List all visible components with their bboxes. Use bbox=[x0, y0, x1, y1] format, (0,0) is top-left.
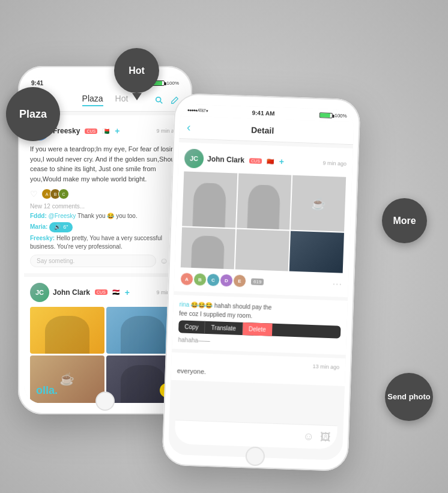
comment-user-fddd: Fddd: bbox=[30, 213, 47, 219]
scene: 9:41 ▲ 100% Plaza Hot bbox=[0, 0, 448, 493]
tab-plaza[interactable]: Plaza bbox=[82, 94, 103, 106]
plus-johnclark[interactable]: + bbox=[125, 288, 130, 297]
speaker-icon: 🔊 bbox=[54, 223, 61, 231]
hot-label-text: Hot bbox=[129, 65, 145, 76]
home-button-left[interactable] bbox=[95, 392, 115, 411]
phone-right-screen: ●●●●● AT&T ▾ 9:41 AM 100% ‹ Detail bbox=[168, 104, 354, 461]
img-cell-1 bbox=[30, 307, 104, 354]
detail-person-1 bbox=[193, 183, 226, 228]
detail-title: Detail bbox=[251, 125, 274, 135]
more-label-text: More bbox=[393, 216, 416, 226]
detail-time-3: 13 min ago bbox=[312, 363, 339, 371]
battery-bar-right bbox=[319, 112, 332, 118]
detail-card-3: 13 min ago everyone. bbox=[171, 352, 345, 386]
sm-avatar-3: C bbox=[207, 273, 220, 287]
comment-input-1[interactable]: Say someting. bbox=[30, 255, 156, 267]
detail-img-1 bbox=[182, 171, 237, 228]
person-silhouette-2 bbox=[121, 316, 165, 354]
feed-card-1: F Freesky CUS 🇲🇬 + 9 min ago If you were… bbox=[24, 115, 186, 273]
detail-img-2 bbox=[237, 174, 292, 230]
svg-line-1 bbox=[160, 101, 163, 103]
reactions-1: ♡ A B C ··· bbox=[30, 189, 180, 199]
time-right: 9:41 AM bbox=[252, 109, 274, 116]
emoji-icon[interactable]: ☺ bbox=[160, 256, 168, 265]
back-button[interactable]: ‹ bbox=[187, 121, 191, 135]
detail-image-grid: ☕ bbox=[181, 171, 346, 273]
detail-comment-text: 😂😂😂 hahah should pay the bbox=[191, 301, 272, 311]
nav-tabs: Plaza Hot bbox=[82, 94, 129, 106]
plaza-label-text: Plaza bbox=[19, 108, 47, 121]
nav-icons-left bbox=[154, 95, 180, 106]
comments-section-1: New 12 comments... Fddd: @Freesky Thank … bbox=[30, 203, 180, 251]
mention-freesky: @Freesky bbox=[49, 213, 76, 219]
detail-user-1: JC John Clark CUS 🇨🇳 + bbox=[184, 148, 285, 171]
status-right-right: 100% bbox=[319, 112, 347, 119]
badge-johnclark: CUS bbox=[95, 289, 107, 295]
sm-avatar-4: D bbox=[220, 274, 234, 288]
detail-card-1: JC John Clark CUS 🇨🇳 + 9 min ago bbox=[174, 142, 353, 297]
detail-badge-1: CUS bbox=[249, 158, 262, 164]
detail-img-3: ☕ bbox=[291, 175, 346, 232]
detail-img-4 bbox=[181, 227, 235, 269]
search-icon[interactable] bbox=[154, 95, 165, 106]
context-copy[interactable]: Copy bbox=[178, 320, 205, 334]
person-silhouette-1 bbox=[45, 316, 89, 354]
badge-freesky: CUS bbox=[85, 129, 97, 134]
battery-fill-right bbox=[319, 113, 330, 118]
context-translate[interactable]: Translate bbox=[205, 321, 243, 335]
flag-johnclark: 🇪🇬 bbox=[112, 289, 120, 295]
comment-user-freesky2: Freesky: bbox=[30, 235, 55, 241]
phone-right: ●●●●● AT&T ▾ 9:41 AM 100% ‹ Detail bbox=[162, 93, 360, 471]
comment-fddd: Fddd: @Freesky Thank you 😂 you too. bbox=[30, 212, 180, 220]
label-sendphoto: Send photo bbox=[385, 373, 433, 421]
label-plaza: Plaza bbox=[6, 87, 60, 141]
time-left: 9:41 bbox=[31, 80, 43, 86]
detail-person-2 bbox=[247, 184, 281, 229]
input-placeholder-1: Say someting. bbox=[37, 258, 74, 264]
image-bottom-icon[interactable]: 🖼 bbox=[320, 431, 331, 444]
home-button-right[interactable] bbox=[245, 446, 265, 466]
avatar-johnclark: JC bbox=[30, 283, 49, 302]
battery-text-right: 100% bbox=[334, 113, 347, 119]
new-comments: New 12 comments... bbox=[30, 203, 180, 210]
commenter-avatars: A B C bbox=[41, 189, 69, 199]
svg-point-0 bbox=[156, 97, 161, 101]
username-freesky: Freesky bbox=[53, 127, 80, 135]
plus-freesky[interactable]: + bbox=[115, 126, 120, 136]
detail-coffee-icon: ☕ bbox=[310, 196, 326, 211]
feed-user-2: JC John Clark CUS 🇪🇬 + bbox=[30, 283, 130, 302]
detail-card-2: rina 😂😂😂 hahah should pay the fee coz I … bbox=[172, 295, 348, 355]
flag-freesky: 🇲🇬 bbox=[102, 128, 109, 135]
voice-duration: 6" bbox=[63, 223, 68, 231]
comment-user-maria: Maria: bbox=[30, 223, 47, 230]
detail-comment-subtext: fee coz I supplied my room. bbox=[179, 310, 253, 319]
detail-comment-user: rina bbox=[179, 301, 189, 308]
label-hot: Hot bbox=[114, 48, 159, 93]
status-bar-left: 9:41 ▲ 100% bbox=[24, 77, 186, 89]
heart-icon[interactable]: ♡ bbox=[30, 189, 38, 199]
detail-username-1: John Clark bbox=[207, 155, 244, 165]
comment-freesky: Freesky: Hello pretty, You have a very s… bbox=[30, 234, 180, 251]
nav-spacer bbox=[334, 133, 347, 133]
detail-img-5 bbox=[235, 229, 289, 271]
feed-left: F Freesky CUS 🇲🇬 + 9 min ago If you were… bbox=[24, 112, 186, 404]
detail-follow-text: hahaha—— bbox=[178, 336, 340, 348]
detail-img-6 bbox=[289, 231, 344, 273]
comment-input-row-1: Say someting. ☺ 🖼 bbox=[30, 255, 180, 267]
detail-person-3 bbox=[192, 235, 225, 268]
detail-plus-1[interactable]: + bbox=[279, 157, 285, 166]
emoji-bottom-icon[interactable]: ☺ bbox=[303, 431, 314, 444]
logo-text: olla. bbox=[36, 384, 58, 397]
more-dots-detail[interactable]: ··· bbox=[332, 279, 342, 290]
label-more: More bbox=[382, 198, 427, 243]
sendphoto-label-text: Send photo bbox=[387, 392, 431, 402]
sm-avatar-1: A bbox=[180, 272, 194, 286]
badge-619: 619 bbox=[251, 278, 264, 285]
tab-hot[interactable]: Hot bbox=[115, 94, 129, 106]
bottom-bar-right: ☺ 🖼 bbox=[175, 420, 338, 449]
context-delete[interactable]: Delete bbox=[243, 322, 273, 336]
voice-bar-maria[interactable]: 🔊 6" bbox=[49, 222, 73, 232]
detail-time-1: 9 min ago bbox=[322, 160, 347, 166]
feed-header-2: JC John Clark CUS 🇪🇬 + 9 min ago bbox=[30, 283, 180, 302]
battery-text-left: 100% bbox=[167, 80, 179, 86]
